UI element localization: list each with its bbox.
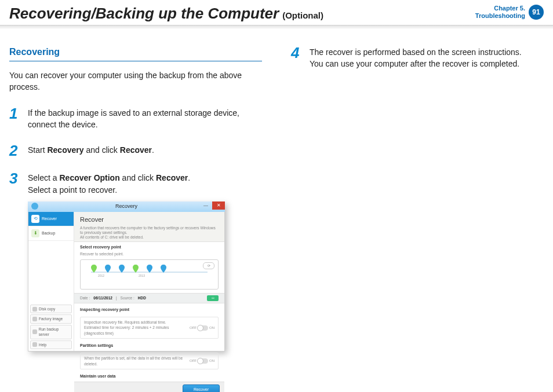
close-button[interactable]: ✕	[212, 202, 225, 210]
sidebar-item-label: Recover	[42, 216, 57, 222]
hdd-badge-icon: ▭	[207, 295, 219, 301]
step-number: 1	[9, 106, 21, 131]
recovery-meta-row: Date : 06/11/2012 | Source : HDD ▭	[74, 293, 224, 303]
page-title: Recovering/Backing up the Computer	[9, 5, 279, 23]
sidebar-item-label: Factory image	[39, 316, 63, 321]
section-title-inspect: Inspecting recovery point	[80, 307, 219, 313]
chapter-line: Chapter 5.	[475, 5, 525, 12]
inspect-option-row: Inspection recovery file. Requires addit…	[80, 317, 219, 339]
partition-option-row: When the partition is set, all the data …	[80, 353, 219, 369]
sidebar-item-label: Run backup server	[39, 327, 70, 338]
step-1: 1 If the backup image is saved to an ext…	[9, 106, 262, 131]
timeline-tick: 2012	[98, 274, 104, 278]
recover-button[interactable]: Recover	[183, 384, 220, 392]
step-3: 3 Select a Recover Option and click Reco…	[9, 171, 262, 196]
recovery-app-screenshot: Recovery — ✕ ⟲ Recover ⬇ Backup	[28, 202, 225, 351]
server-icon	[32, 329, 37, 334]
refresh-button[interactable]: ⟳	[203, 262, 214, 269]
section-title-partition: Partition settings	[80, 343, 219, 349]
section-heading-recovering: Recovering	[9, 45, 262, 61]
section-title-maintain: Maintain user data	[80, 373, 219, 379]
sidebar-item-backup[interactable]: ⬇ Backup	[28, 226, 74, 241]
inspect-toggle[interactable]	[198, 325, 208, 331]
factory-icon	[32, 317, 37, 321]
step-number: 2	[9, 143, 21, 158]
step-text: If the backup image is saved to an exter…	[28, 106, 262, 131]
app-logo-icon	[31, 203, 38, 210]
panel-heading: Recover	[80, 215, 219, 225]
sidebar-item-diskcopy[interactable]: Disk copy	[30, 305, 72, 313]
sidebar-item-backupserver[interactable]: Run backup server	[30, 325, 72, 339]
step-number: 4	[291, 45, 303, 70]
step-text: The recover is performed based on the sc…	[310, 45, 544, 70]
timeline-tick: 2013	[139, 274, 145, 278]
sidebar-item-label: Disk copy	[39, 306, 55, 312]
section-title-select-point: Select recovery point	[80, 244, 219, 250]
page-title-suffix: (Optional)	[282, 10, 323, 20]
section-subtitle: Recover to selected point.	[80, 251, 219, 257]
sidebar-item-help[interactable]: Help	[30, 340, 72, 349]
step-4: 4 The recover is performed based on the …	[291, 45, 544, 70]
sidebar-item-label: Backup	[42, 230, 55, 236]
sidebar-item-factory[interactable]: Factory image	[30, 314, 72, 323]
sidebar-item-recover[interactable]: ⟲ Recover	[28, 212, 74, 226]
panel-desc: A function that recovers the computer to…	[80, 226, 219, 239]
sidebar: ⟲ Recover ⬇ Backup Disk copy Factory ima…	[28, 212, 74, 351]
backup-icon: ⬇	[31, 229, 39, 237]
window-titlebar: Recovery — ✕	[28, 202, 225, 212]
page-number-badge: 91	[529, 5, 544, 20]
recover-icon: ⟲	[31, 215, 39, 223]
chapter-block: Chapter 5. Troubleshooting 91	[475, 5, 544, 20]
help-icon	[32, 342, 37, 347]
header-divider	[0, 25, 553, 29]
step-number: 3	[9, 171, 21, 196]
window-title: Recovery	[115, 203, 137, 210]
disk-icon	[32, 307, 37, 312]
step-text: Start Recovery and click Recover.	[28, 143, 262, 158]
recovery-timeline[interactable]: ⟳ 2012 2013	[80, 259, 219, 290]
chapter-line: Troubleshooting	[475, 12, 525, 20]
minimize-button[interactable]: —	[199, 202, 212, 210]
sidebar-item-label: Help	[39, 342, 46, 347]
step-text: Select a Recover Option and click Recove…	[28, 171, 262, 196]
partition-toggle[interactable]	[198, 358, 208, 364]
intro-text: You can recover your computer using the …	[9, 69, 262, 93]
step-2: 2 Start Recovery and click Recover.	[9, 143, 262, 158]
